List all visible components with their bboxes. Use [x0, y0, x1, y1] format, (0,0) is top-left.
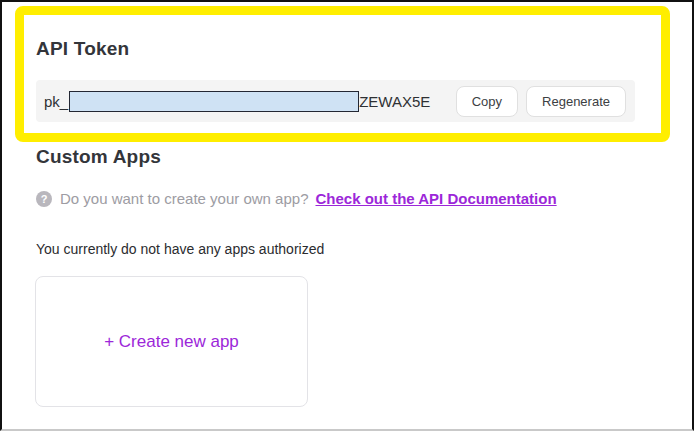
token-redaction-box [69, 91, 359, 112]
custom-apps-title: Custom Apps [36, 146, 161, 168]
regenerate-button[interactable]: Regenerate [526, 86, 626, 117]
create-app-help-text: Do you want to create your own app? [60, 190, 308, 207]
api-token-title: API Token [36, 38, 129, 60]
question-mark-icon: ? [36, 191, 52, 207]
api-documentation-link[interactable]: Check out the API Documentation [315, 190, 556, 207]
no-apps-authorized-text: You currently do not have any apps autho… [36, 241, 324, 257]
token-suffix-text: ZEWAX5E [359, 93, 430, 110]
api-settings-page: API Token pk_ ZEWAX5E Copy Regenerate Cu… [0, 0, 694, 431]
create-new-app-card[interactable]: + Create new app [35, 276, 308, 407]
create-new-app-label: + Create new app [104, 332, 239, 352]
create-app-help-row: ? Do you want to create your own app? Ch… [36, 190, 557, 207]
token-prefix-text: pk_ [44, 93, 68, 110]
copy-button[interactable]: Copy [456, 86, 518, 117]
api-token-bar: pk_ ZEWAX5E Copy Regenerate [36, 80, 635, 122]
